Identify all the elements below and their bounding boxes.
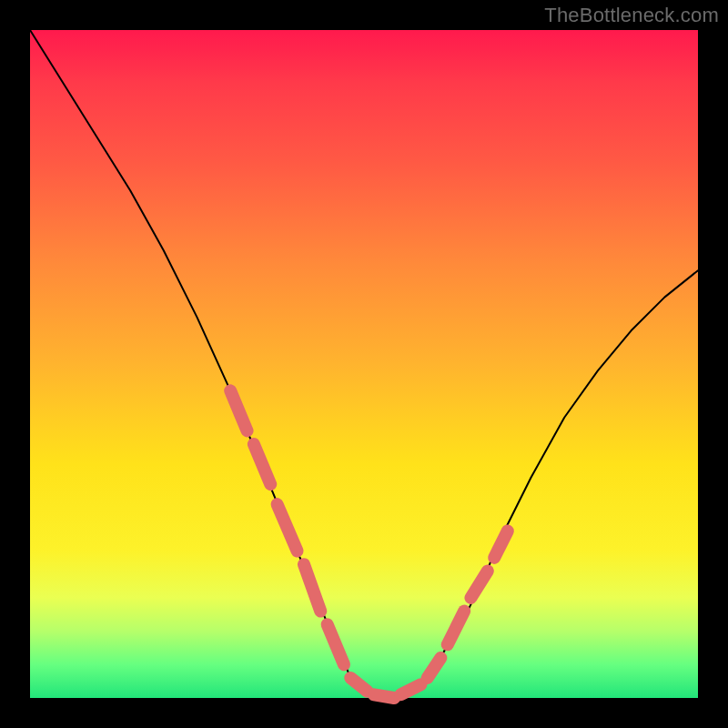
chart-svg (30, 30, 698, 698)
highlight-dash (230, 390, 247, 430)
highlight-dash (494, 531, 508, 558)
highlight-dash (448, 612, 464, 645)
outer-frame: TheBottleneck.com (0, 0, 728, 728)
highlight-dash (254, 444, 270, 484)
watermark-text: TheBottleneck.com (544, 4, 719, 27)
highlight-dash (304, 564, 320, 611)
highlight-dash (278, 504, 298, 551)
bottleneck-curve (30, 30, 698, 698)
curve-group (30, 30, 698, 698)
highlight-dash (470, 571, 487, 598)
highlight-dash (400, 684, 420, 694)
highlight-dash (374, 694, 394, 698)
highlight-dash (350, 678, 367, 692)
gradient-plot-area (30, 30, 698, 698)
dash-group (230, 390, 508, 698)
highlight-dash (428, 658, 441, 678)
highlight-dash (328, 624, 344, 664)
